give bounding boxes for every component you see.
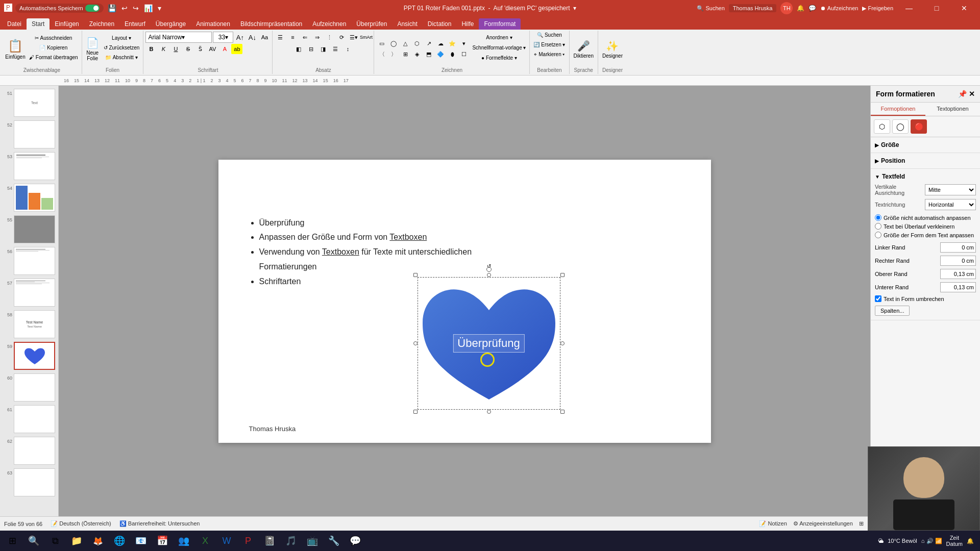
notizen-button[interactable]: 📝 Notizen <box>759 520 787 527</box>
tab-aufzeichnen[interactable]: Aufzeichnen <box>307 18 351 30</box>
rp-close-icon[interactable]: ✕ <box>969 90 975 98</box>
firefox-button[interactable]: 🦊 <box>88 532 108 550</box>
bullet-list-button[interactable]: ☰ <box>275 32 286 42</box>
smartart-button[interactable]: SmArt <box>360 32 372 42</box>
slide-thumb-58[interactable]: 58 Test Name Test Name <box>2 309 56 339</box>
rechter-rand-input[interactable] <box>940 256 976 266</box>
handle-tl[interactable] <box>413 273 418 277</box>
decrease-font-button[interactable]: A↓ <box>247 32 258 42</box>
shape-5[interactable]: ↗ <box>423 39 434 49</box>
slide-thumb-53[interactable]: 53 <box>2 151 56 181</box>
kopieren-button[interactable]: 📄 Kopieren <box>28 44 80 54</box>
presentation-icon[interactable]: 📊 <box>143 3 154 13</box>
font-name-selector[interactable]: Arial Narrow ▾ <box>145 32 212 43</box>
handle-ml[interactable] <box>413 341 418 345</box>
font-size-selector[interactable]: 33 ▾ <box>213 32 233 43</box>
system-clock[interactable]: Zeit Datum <box>946 535 963 547</box>
slide-thumb-62[interactable]: 62 <box>2 436 56 466</box>
slide-thumb-63[interactable]: 63 <box>2 467 56 497</box>
rp-checkbox-umbruch[interactable]: Text in Form umbrechen <box>875 294 976 304</box>
anordnen-button[interactable]: Anordnen ▾ <box>471 34 527 43</box>
redo-icon[interactable]: ↪ <box>132 3 140 13</box>
format-uebertragen-button[interactable]: 🖌 Format übertragen <box>28 54 80 63</box>
slide-thumb-61[interactable]: 61 <box>2 404 56 434</box>
excel-button[interactable]: X <box>195 532 215 550</box>
heart-container[interactable]: ↺ Überprüfung <box>418 277 560 410</box>
numbered-list-button[interactable]: ≡ <box>287 32 298 42</box>
clear-format-button[interactable]: Aa <box>259 32 270 42</box>
neue-folie-button[interactable]: 📄 NeueFolie <box>84 34 101 64</box>
handle-tr[interactable] <box>560 273 565 277</box>
undo-icon[interactable]: ↩ <box>120 3 129 13</box>
calendar-button[interactable]: 📅 <box>152 532 173 550</box>
text-direction-button[interactable]: ⟳ <box>336 32 347 42</box>
handle-bl[interactable] <box>413 410 418 414</box>
bold-button[interactable]: B <box>145 44 157 54</box>
ersetzen-button[interactable]: 🔄 Ersetzen ▾ <box>532 41 567 51</box>
align-right-button[interactable]: ◨ <box>317 44 329 54</box>
layout-button[interactable]: Layout ▾ <box>102 35 141 44</box>
app4-button[interactable]: 💬 <box>345 532 365 550</box>
word-button[interactable]: W <box>216 532 237 550</box>
suchen-button[interactable]: 🔍 Suchen <box>535 32 564 41</box>
start-button[interactable]: ⊞ <box>2 532 22 550</box>
shape-2[interactable]: ◯ <box>388 39 399 49</box>
tab-dictation[interactable]: Dictation <box>423 18 457 30</box>
ausschneiden-button[interactable]: ✂ Ausschneiden <box>28 35 80 44</box>
slide-thumb-52[interactable]: 52 <box>2 119 56 149</box>
indent-more-button[interactable]: ⇒ <box>311 32 323 42</box>
abschnitt-button[interactable]: 📁 Abschnitt ▾ <box>102 54 141 63</box>
shape-4[interactable]: ⬡ <box>411 39 423 49</box>
shape-6[interactable]: ☁ <box>435 39 446 49</box>
justify-button[interactable]: ☰ <box>330 44 341 54</box>
tab-bildschirm[interactable]: Bildschirmpräsentation <box>235 18 307 30</box>
handle-br[interactable] <box>560 410 565 414</box>
column-button[interactable]: ⋮ <box>324 32 335 42</box>
handle-mr[interactable] <box>560 341 565 345</box>
close-button[interactable]: ✕ <box>952 0 976 16</box>
highlight-button[interactable]: ab <box>231 44 242 54</box>
tab-ansicht[interactable]: Ansicht <box>392 18 422 30</box>
tab-zeichnen[interactable]: Zeichnen <box>84 18 119 30</box>
rp-radio-no-autofit[interactable]: Größe nicht automatisch anpassen <box>875 213 976 222</box>
strikethrough-button[interactable]: S <box>182 44 193 54</box>
schnellformatvorlage-button[interactable]: Schnellformat-vorlage ▾ <box>471 44 527 54</box>
chrome-button[interactable]: 🌐 <box>109 532 130 550</box>
tab-formformat[interactable]: Formformat <box>479 18 521 30</box>
rp-icon-shape-outline[interactable]: ◯ <box>892 119 909 134</box>
rp-radio-resize[interactable]: Größe der Form dem Text anpassen <box>875 231 976 239</box>
shape-7[interactable]: ⭐ <box>447 39 458 49</box>
diktat-button[interactable]: 🎤 Diktieren <box>572 34 596 64</box>
handle-bc[interactable] <box>487 410 491 414</box>
view-normal-button[interactable]: ⊞ <box>859 520 864 527</box>
spalten-button[interactable]: Spalten... <box>875 306 910 316</box>
rp-section-grosse-header[interactable]: ▶ Größe <box>875 139 976 151</box>
rp-pin-icon[interactable]: 📌 <box>958 90 967 98</box>
align-text-button[interactable]: ☰▾ <box>348 32 359 42</box>
shape-9[interactable]: 〈 <box>376 49 387 60</box>
tab-entwurf[interactable]: Entwurf <box>119 18 151 30</box>
autosave-toggle[interactable]: Automatisches Speichern <box>15 4 104 13</box>
slide-thumb-59[interactable]: 59 <box>2 341 56 371</box>
rp-tab-textoptionen[interactable]: Textoptionen <box>925 103 980 116</box>
linker-rand-input[interactable] <box>940 242 976 253</box>
rp-icon-shape-fill[interactable]: ⬡ <box>874 119 890 134</box>
rp-section-textfeld-header[interactable]: ▼ Textfeld <box>875 171 976 182</box>
tab-animationen[interactable]: Animationen <box>191 18 235 30</box>
shape-11[interactable]: ⊞ <box>400 49 411 60</box>
save-icon[interactable]: 💾 <box>107 3 117 13</box>
teams-button[interactable]: 👥 <box>174 532 194 550</box>
italic-button[interactable]: K <box>158 44 169 54</box>
textrichtung-select[interactable]: Horizontal Alle Text 90° Alle Text 270° <box>925 199 976 210</box>
shape-15[interactable]: ⬮ <box>447 49 458 60</box>
oberer-rand-input[interactable] <box>940 269 976 279</box>
underline-button[interactable]: U <box>170 44 181 54</box>
tab-start[interactable]: Start <box>27 18 50 30</box>
slide-thumb-54[interactable]: 54 <box>2 183 56 213</box>
heart-textbox[interactable]: Überprüfung <box>453 334 524 353</box>
shape-14[interactable]: 🔷 <box>435 49 446 60</box>
slide-thumb-57[interactable]: 57 <box>2 278 56 308</box>
font-color-button[interactable]: A <box>219 44 230 54</box>
minimize-button[interactable]: — <box>897 0 921 16</box>
shape-13[interactable]: ⬒ <box>423 49 434 60</box>
